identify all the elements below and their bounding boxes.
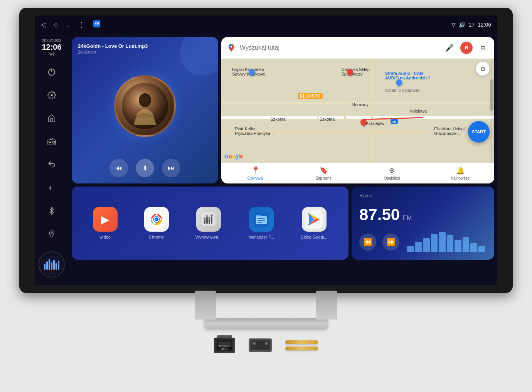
radio-bar-2 [415,242,422,252]
location-button[interactable] [42,225,61,243]
power-button[interactable] [42,63,61,81]
chrome-icon [144,207,169,232]
clock: 12:06 [478,22,491,28]
device-shell: MIC ◁ ○ □ ⋮ 🗺 ▽ 🔊 17 12:06 [19,8,513,293]
radio-button[interactable] [42,132,61,151]
app-equalizer[interactable]: Wyrównywa... [195,207,222,239]
radio-bar-9 [470,243,477,252]
app-files[interactable]: Menedżer P... [248,207,274,239]
map-mic-button[interactable]: 🎤 [443,41,456,55]
start-button[interactable]: START [468,121,490,143]
playstore-icon [302,207,327,232]
volume-level: 17 [468,22,475,28]
radio-bar-7 [455,240,461,252]
apps-widget: ▶ wideo [72,187,348,260]
bluetooth-button[interactable] [42,202,61,220]
home-nav-icon[interactable]: ○ [54,21,58,29]
settings-button[interactable] [42,86,61,104]
opublikuj-label: Opublikuj [384,176,400,180]
svg-text:🗺: 🗺 [94,21,99,26]
svg-rect-7 [49,142,51,143]
radio-bar-3 [423,238,430,252]
equalizer-label: Wyrównywa... [195,235,222,239]
radio-bar-5 [439,232,446,252]
prev-button[interactable]: ⏮ [109,159,128,177]
screen: ◁ ○ □ ⋮ 🗺 ▽ 🔊 17 12:06 20 [35,15,497,285]
radio-visualizer [406,230,487,254]
status-area: ▽ 🔊 17 12:06 [451,22,491,28]
accessories-row: 8GB microSD [214,336,318,354]
app-playstore[interactable]: Sklep Googl... [301,207,327,239]
add-button[interactable]: 4+ [42,178,61,197]
svg-rect-20 [211,216,212,224]
content-area: 24kGoldn - Love Or Lust.mp3 24kGoldn [69,34,497,285]
svg-point-21 [204,217,206,220]
radio-bar-10 [478,246,485,252]
next-button[interactable]: ⏭ [162,159,180,177]
home-button[interactable] [42,109,61,128]
map-nav-odkrywaj[interactable]: 📍 Odkrywaj [221,163,290,183]
my-location-button[interactable]: ⊙ [476,62,490,76]
device-stand-arms [195,291,337,320]
map-label-szkolna1: Szkolna [270,117,285,121]
radio-controls: ⏪ ⏩ [359,230,487,254]
map-label-brzeziny: Brzeziny [352,102,369,107]
map-label-szkolna2: Szkolna [320,117,335,121]
app-wideo[interactable]: ▶ wideo [93,207,118,239]
map-content[interactable]: Kajaki Krasieńka -Spływy Kajakowe... Dan… [221,59,494,163]
tool-1 [285,340,318,344]
map-scrollbar[interactable] [490,59,494,163]
map-nav-opublikuj[interactable]: ⊕ Opublikuj [358,163,426,183]
recents-nav-icon[interactable]: □ [66,21,70,29]
map-nav-najnowsze[interactable]: 🔔 Najnowsze [426,163,494,183]
album-art-container [78,59,212,153]
map-label-ostatnio: Ostatnio oglądane [385,88,419,93]
album-art-inner [116,77,174,135]
radio-bar-1 [407,246,414,252]
wifi-icon: ▽ [451,22,456,28]
day-display: wt [42,51,61,57]
map-nav-zapisane[interactable]: 🔖 Zapisane [290,163,358,183]
svg-point-40 [259,344,261,346]
volume-icon: 🔊 [459,22,465,28]
sd-card-item: 8GB microSD [214,338,235,353]
map-label-danielka: Danielka SklepSpożywczy [342,67,370,76]
maps-logo-icon [227,43,236,52]
svg-point-22 [206,215,208,217]
top-bar: ◁ ○ □ ⋮ 🗺 ▽ 🔊 17 12:06 [35,15,497,34]
stand-base [204,318,328,329]
back-button[interactable] [42,155,61,174]
wideo-icon: ▶ [93,207,118,232]
radio-prev-button[interactable]: ⏪ [359,234,376,251]
radio-label: Radio [359,193,487,199]
stand-arm-right [316,291,337,320]
radio-next-button[interactable]: ⏩ [382,234,399,251]
date-display: 2023/10/03 [42,39,61,43]
svg-point-23 [208,217,210,219]
pause-button[interactable]: ⏸ [136,159,154,177]
album-art [114,75,176,137]
stand-arm-left [195,291,216,320]
svg-rect-18 [206,217,208,224]
back-nav-icon[interactable]: ◁ [41,20,46,29]
odkrywaj-icon: 📍 [251,166,260,175]
zapisane-icon: 🔖 [320,166,328,175]
najnowsze-icon: 🔔 [456,166,465,175]
app-chrome[interactable]: Chrome [144,207,169,239]
radio-bar-6 [447,235,454,252]
map-search-input[interactable] [240,44,439,51]
map-layers-button[interactable]: ⊞ [476,42,489,54]
svg-rect-26 [256,216,267,224]
odkrywaj-label: Odkrywaj [247,176,264,180]
map-bottom-nav: 📍 Odkrywaj 🔖 Zapisane ⊕ Opublikuj [221,163,494,183]
playstore-label: Sklep Googl... [301,235,327,239]
maps-nav-icon[interactable]: 🗺 [93,20,101,30]
svg-point-24 [210,214,213,217]
music-widget: 24kGoldn - Love Or Lust.mp3 24kGoldn [72,37,218,183]
wideo-label: wideo [99,235,111,239]
google-logo: Google [224,153,243,160]
audio-widget[interactable] [39,251,65,278]
chrome-label: Chrome [149,235,164,239]
menu-nav-icon[interactable]: ⋮ [78,20,85,29]
music-artist: 24kGoldn [78,50,212,54]
